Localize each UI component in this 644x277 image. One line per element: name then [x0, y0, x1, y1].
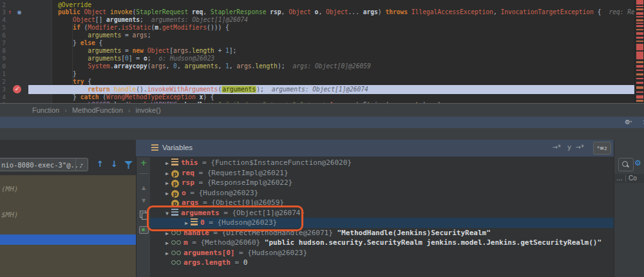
code-token: ),	[422, 101, 433, 103]
code-token: +	[207, 101, 218, 103]
more-dots[interactable]: …	[616, 174, 623, 183]
error-stripe-mark[interactable]	[636, 19, 643, 21]
error-stripe-mark[interactable]	[636, 100, 643, 102]
expand-icon[interactable]: ▶	[163, 249, 171, 259]
frame-row[interactable]: (MH)	[1, 184, 19, 194]
move-down-icon[interactable]: ▼	[137, 198, 151, 204]
variable-row[interactable]: ▶o = {Hudson@26023}	[150, 188, 614, 198]
view-options-button[interactable]: ▾≡2	[593, 142, 611, 155]
code-token	[58, 16, 73, 23]
error-stripe-mark[interactable]	[636, 8, 643, 10]
code-token: ())) {	[207, 24, 229, 31]
code-line[interactable]: arguments[0] = o;o: Hudson@26023	[58, 55, 634, 62]
error-stripe-mark[interactable]	[636, 70, 643, 71]
code-editor[interactable]: 23456789012345↑◉✓ @Overridepublic Object…	[0, 0, 634, 103]
code-token: 1	[225, 62, 229, 70]
expand-icon[interactable]: ▶	[163, 158, 171, 169]
expand-icon[interactable]: ▶	[182, 218, 191, 229]
error-stripe-mark[interactable]	[636, 52, 643, 59]
variable-row[interactable]: ▶m = {Method@26060} "public hudson.secur…	[150, 238, 614, 248]
frame-down-button[interactable]: ↓	[111, 159, 118, 169]
breadcrumb-item[interactable]: Function	[32, 106, 59, 114]
selected-frame-row[interactable]	[0, 234, 136, 245]
error-stripe-mark[interactable]	[636, 82, 643, 84]
variable-row[interactable]: ▶req = {RequestImpl@26021}	[150, 168, 614, 178]
frame-row[interactable]: $MH)	[1, 210, 19, 220]
y-icon[interactable]: y	[567, 144, 571, 151]
variable-row[interactable]: args = {Object[0]@26059}	[150, 198, 614, 208]
code-token: args	[151, 62, 166, 70]
variable-row[interactable]: ▶arguments[0] = {Hudson@26023}	[150, 248, 614, 258]
right-panel-column-header: … Co	[614, 174, 644, 184]
step-icon[interactable]: →*	[576, 144, 584, 151]
code-line[interactable]: Object[] arguments;arguments: Object[1]@…	[58, 16, 634, 24]
error-stripe-mark[interactable]	[636, 6, 643, 7]
error-stripe-mark[interactable]	[636, 16, 643, 17]
code-token: StaplerResponse	[211, 8, 270, 15]
code-line[interactable]: return handle().invokeWithArguments(argu…	[58, 86, 634, 93]
error-stripe-mark[interactable]	[636, 78, 643, 79]
variable-row[interactable]: args.length = 0	[150, 258, 614, 268]
filter-frames-icon[interactable]	[124, 161, 133, 169]
error-stripe-mark[interactable]	[636, 61, 643, 63]
variable-row[interactable]: ▶rsp = {ResponseImpl@26022}	[150, 178, 614, 188]
gear-icon[interactable]: ⚙	[625, 117, 630, 126]
code-line[interactable]: arguments = new Object[args.length + 1];	[58, 47, 634, 55]
code-line[interactable]: if (Modifier.isStatic(m.getModifiers()))…	[58, 24, 634, 32]
error-stripe-mark[interactable]	[636, 86, 643, 89]
collapse-icon[interactable]: ▼	[163, 209, 171, 219]
variables-tree[interactable]: ▶this = {Function$InstanceFunction@26020…	[150, 157, 614, 277]
error-stripe-mark[interactable]	[636, 91, 643, 93]
variable-row[interactable]: ▶0 = {Hudson@26023}	[150, 218, 614, 228]
error-stripe-scrollbar[interactable]	[634, 0, 644, 103]
right-tool-panel: ⚙ … Co ad the cl	[614, 140, 644, 277]
code-token: length	[192, 47, 214, 54]
error-stripe-mark[interactable]	[636, 73, 643, 75]
code-line[interactable]: } catch (WrongMethodTypeException x) {	[58, 93, 634, 101]
code-line[interactable]: System.arraycopy(args, 0, arguments, 1, …	[58, 62, 634, 70]
gear-icon[interactable]: ⚙	[634, 158, 641, 167]
variable-row[interactable]: ▼arguments = {Object[1]@26074}	[150, 208, 614, 218]
add-watch-icon[interactable]: +	[137, 158, 151, 167]
capture-memory-icon[interactable]	[139, 226, 149, 234]
step-icon[interactable]: →*	[553, 144, 561, 151]
breadcrumb-item[interactable]: MethodFunction	[72, 106, 123, 114]
expand-icon[interactable]: ▶	[163, 229, 171, 239]
code-line[interactable]: @Override	[58, 1, 634, 9]
debugger-inline-hint: req: Reques	[609, 8, 634, 15]
expand-icon[interactable]: ▶	[163, 189, 171, 199]
debug-side-toolbar: + ▲ ▼	[136, 157, 151, 277]
thread-selector-dropdown[interactable]: nio-8080-exec-3"@... ▾	[0, 158, 88, 171]
code-token: []	[95, 16, 106, 23]
chevron-down-icon: ▾	[75, 158, 88, 171]
variable-row[interactable]: ▶this = {Function$InstanceFunction@26020…	[150, 158, 614, 168]
error-stripe-mark[interactable]	[636, 65, 643, 68]
code-token: Object	[73, 16, 95, 23]
code-token: ().	[136, 86, 147, 93]
code-token: @Override	[58, 1, 91, 8]
error-stripe-mark[interactable]	[636, 32, 643, 35]
error-stripe-mark[interactable]	[636, 25, 643, 27]
error-stripe-mark[interactable]	[636, 41, 643, 42]
move-up-icon[interactable]: ▲	[137, 185, 151, 191]
error-stripe-mark[interactable]	[636, 44, 643, 50]
search-button[interactable]	[618, 158, 634, 171]
error-stripe-mark[interactable]	[636, 37, 643, 39]
error-stripe-mark[interactable]	[636, 12, 643, 15]
variable-row[interactable]: ▶handle = {DirectMethodHandle@26071} "Me…	[150, 228, 614, 238]
code-token: req	[192, 8, 203, 15]
error-stripe-mark[interactable]	[636, 29, 643, 30]
frame-up-button[interactable]: ↑	[97, 159, 104, 169]
breadcrumb-item[interactable]: invoke()	[135, 106, 160, 114]
expand-icon[interactable]: ▶	[163, 169, 171, 179]
error-stripe-mark[interactable]	[636, 23, 643, 24]
code-line[interactable]: }	[58, 70, 634, 78]
code-line[interactable]: arguments = args;	[58, 32, 634, 39]
error-stripe-mark[interactable]	[636, 0, 643, 5]
expand-icon[interactable]: ▶	[163, 178, 171, 189]
code-line[interactable]: } else {	[58, 39, 634, 47]
code-line[interactable]: public Object invoke(StaplerRequest req,…	[58, 8, 634, 16]
frames-list[interactable]: (MH)$MH)	[0, 175, 136, 277]
expand-icon[interactable]: ▶	[163, 238, 171, 249]
error-stripe-mark[interactable]	[636, 95, 643, 99]
